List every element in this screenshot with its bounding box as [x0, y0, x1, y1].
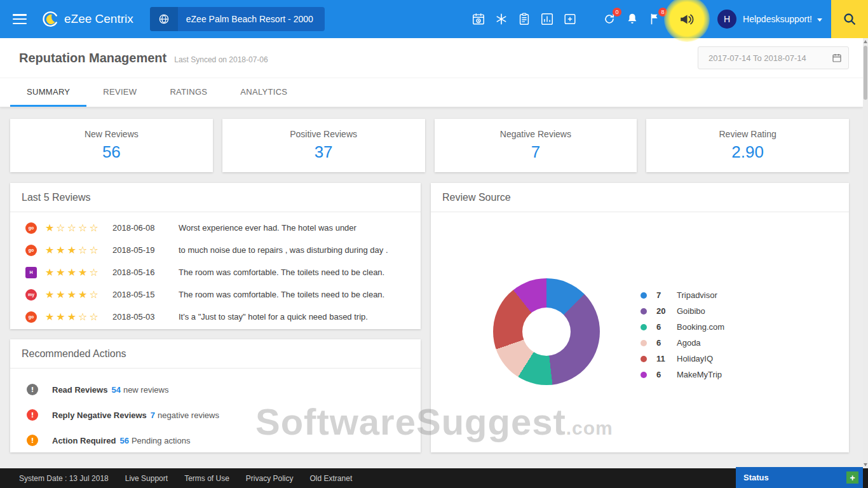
- review-row: go★☆☆☆☆2018-06-08Worst experience ever h…: [10, 217, 421, 239]
- action-row: !Reply Negative Reviews7negative reviews: [10, 402, 421, 428]
- holidayiq-icon: H: [25, 267, 37, 278]
- status-add-button[interactable]: +: [846, 471, 858, 484]
- makemytrip-icon: my: [25, 289, 37, 301]
- stat-label: Positive Reviews: [290, 129, 357, 139]
- system-date: System Date : 13 Jul 2018: [19, 474, 109, 483]
- footer-link[interactable]: Terms of Use: [184, 474, 229, 483]
- menu-icon[interactable]: [13, 14, 27, 24]
- scroll-up-icon[interactable]: [864, 40, 867, 43]
- action-count: 56: [119, 436, 128, 445]
- stat-card: New Reviews56: [10, 119, 213, 172]
- stat-value: 7: [531, 142, 540, 162]
- review-list: go★☆☆☆☆2018-06-08Worst experience ever h…: [10, 212, 421, 332]
- scrollbar[interactable]: [863, 38, 868, 468]
- legend-dot: [641, 292, 647, 299]
- feedback-plus-icon[interactable]: [559, 8, 581, 30]
- review-row: my★★★★☆2018-05-15The room was comfortabl…: [10, 283, 421, 306]
- action-count: 54: [111, 385, 120, 395]
- review-row: go★★★☆☆2018-05-03It's a "Just to stay" h…: [10, 306, 421, 328]
- refresh-icon[interactable]: 0: [598, 8, 621, 30]
- review-date: 2018-05-19: [112, 245, 166, 255]
- legend-value: 6: [656, 322, 673, 332]
- footer-link[interactable]: Privacy Policy: [246, 474, 294, 483]
- legend-label: Goibibo: [677, 306, 705, 316]
- legend-value: 6: [656, 370, 673, 379]
- review-text: It's a "Just to stay" hotel for a quick …: [179, 312, 368, 322]
- chevron-down-icon[interactable]: [817, 18, 822, 22]
- property-selector[interactable]: eZee Palm Beach Resort - 2000: [150, 7, 325, 31]
- review-date: 2018-05-15: [112, 290, 166, 299]
- star-rating: ★★★★☆: [45, 288, 110, 301]
- action-label: Action Required: [52, 436, 116, 445]
- review-text: The room was comfortable. The toilets ne…: [179, 268, 384, 277]
- scrollbar-thumb[interactable]: [864, 46, 867, 100]
- tab-review[interactable]: REVIEW: [86, 78, 153, 107]
- warning-alert-icon: !: [27, 435, 38, 446]
- goibibo-icon: go: [25, 245, 37, 256]
- review-date: 2018-06-08: [112, 223, 166, 233]
- action-label: Reply Negative Reviews: [52, 410, 147, 420]
- legend-row: 6Agoda: [641, 335, 724, 351]
- stat-value: 37: [315, 142, 333, 162]
- footer-link[interactable]: Old Extranet: [310, 474, 353, 483]
- footer-links: Live SupportTerms of UsePrivacy PolicyOl…: [125, 474, 352, 483]
- legend-dot: [641, 372, 647, 378]
- star-rating: ★☆☆☆☆: [45, 222, 110, 234]
- legend-row: 6Booking.com: [641, 319, 724, 335]
- frontdesk-calendar-icon[interactable]: [467, 8, 490, 30]
- info-alert-icon: !: [27, 384, 38, 395]
- action-row: !Read Reviews54new reviews: [10, 377, 421, 402]
- page-title: Reputation Management: [19, 51, 166, 65]
- property-name: eZee Palm Beach Resort - 2000: [178, 14, 325, 24]
- legend-dot: [641, 308, 647, 315]
- recommended-actions-panel: Recommended Actions !Read Reviews54new r…: [10, 339, 421, 452]
- star-rating: ★★★★☆: [45, 266, 110, 278]
- analytics-icon[interactable]: [536, 8, 559, 30]
- legend-row: 7Tripadvisor: [641, 287, 724, 303]
- status-label: Status: [743, 473, 769, 482]
- action-count: 7: [151, 410, 155, 420]
- chart-legend: 7Tripadvisor20Goibibo6Booking.com6Agoda1…: [641, 287, 724, 383]
- star-rating: ★★★☆☆: [45, 311, 110, 323]
- panel-title: Last 5 Reviews: [10, 183, 421, 212]
- review-row: H★★★★☆2018-05-16The room was comfortable…: [10, 261, 421, 283]
- tasks-clipboard-icon[interactable]: [513, 8, 536, 30]
- legend-value: 6: [656, 338, 673, 348]
- notifications-bell-icon[interactable]: [621, 8, 644, 30]
- announcements-megaphone-icon[interactable]: [669, 1, 705, 37]
- footer-link[interactable]: Live Support: [125, 474, 168, 483]
- topbar-icons: 0 8 H Helpdesksupport!: [467, 0, 868, 38]
- date-range-value: 2017-07-14 To 2018-07-14: [709, 53, 832, 63]
- globe-icon: [150, 7, 178, 31]
- review-date: 2018-05-16: [112, 268, 166, 277]
- legend-row: 20Goibibo: [641, 303, 724, 319]
- refresh-badge: 0: [613, 8, 621, 17]
- review-row: go★★★☆☆2018-05-19to much noise due to re…: [10, 239, 421, 261]
- action-list: !Read Reviews54new reviews!Reply Negativ…: [10, 369, 421, 461]
- avatar[interactable]: H: [717, 10, 736, 29]
- scroll-down-icon[interactable]: [864, 463, 867, 466]
- topbar: eZee Centrix eZee Palm Beach Resort - 20…: [0, 0, 868, 38]
- tab-summary[interactable]: SUMMARY: [10, 78, 86, 107]
- last-synced-label: Last Synced on 2018-07-06: [174, 55, 268, 64]
- search-button[interactable]: [831, 0, 868, 38]
- legend-value: 11: [656, 354, 673, 363]
- tab-ratings[interactable]: RATINGS: [153, 78, 224, 107]
- utilities-icon[interactable]: [490, 8, 513, 30]
- tab-analytics[interactable]: ANALYTICS: [224, 78, 304, 107]
- goibibo-icon: go: [25, 222, 37, 234]
- legend-label: HolidayIQ: [677, 354, 713, 363]
- goibibo-icon: go: [25, 311, 37, 323]
- username[interactable]: Helpdesksupport!: [743, 14, 812, 24]
- review-date: 2018-05-03: [112, 312, 166, 322]
- legend-dot: [641, 340, 647, 346]
- review-source-panel: Review Source 7Tripadvisor20Goibibo6Book…: [431, 183, 849, 452]
- review-text: Worst experience ever had. The hotel was…: [179, 223, 356, 233]
- stat-card: Review Rating2.90: [646, 119, 849, 172]
- date-range-picker[interactable]: 2017-07-14 To 2018-07-14: [698, 46, 849, 69]
- status-widget[interactable]: Status +: [736, 467, 863, 488]
- calendar-icon: [832, 53, 842, 63]
- action-label: Read Reviews: [52, 385, 107, 395]
- legend-dot: [641, 324, 647, 330]
- flag-icon[interactable]: 8: [644, 8, 667, 30]
